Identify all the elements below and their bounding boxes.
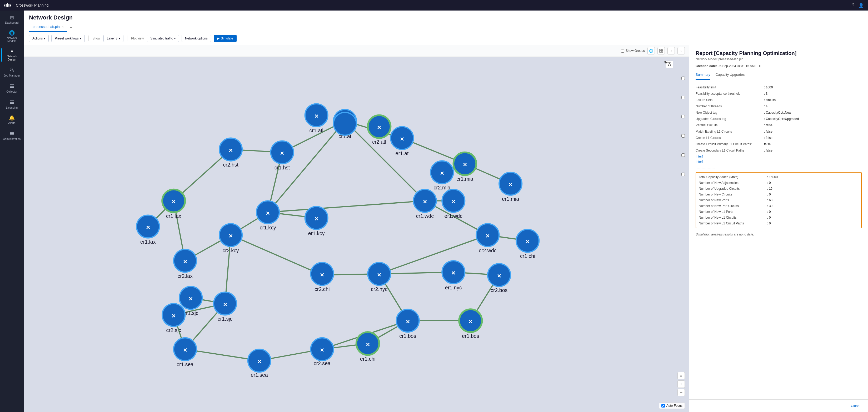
simulation-note: Simulation analysis results are up to da…	[695, 230, 862, 237]
interf-label-2[interactable]: Interf	[695, 159, 862, 164]
preset-workflows-button[interactable]: Preset workflows ▾	[51, 35, 85, 42]
svg-text:✕: ✕	[228, 148, 233, 153]
failure-sets-val: : circuits	[764, 98, 776, 102]
svg-rect-6	[10, 85, 14, 85]
svg-rect-16	[661, 49, 663, 51]
layer3-label: Layer 3	[107, 37, 117, 40]
right-panel-footer: Close	[689, 400, 868, 412]
layer3-chevron-icon: ▾	[119, 37, 120, 40]
row-checkbox-3[interactable]	[681, 115, 685, 118]
svg-line-43	[379, 235, 488, 274]
actions-button[interactable]: Actions ▾	[29, 35, 49, 42]
topology-nodes[interactable]: ✕ cr1.at ✕ er1.at ✕ cr1.atl	[136, 104, 539, 378]
sidebar-item-alerts[interactable]: 🔔 Alerts	[1, 113, 22, 127]
tab-add-button[interactable]: +	[67, 24, 75, 32]
tab-close-button[interactable]: ×	[62, 25, 63, 28]
upgraded-circuits-val: : 15	[767, 186, 772, 191]
svg-rect-7	[10, 86, 14, 87]
acceptance-threshold-key: Feasibility acceptance threshold	[695, 91, 764, 96]
report-meta: Creation date: 05-Sep-2024 04:31:16 AM E…	[695, 64, 862, 68]
num-threads-val: : 4	[764, 104, 768, 109]
help-icon[interactable]: ?	[852, 3, 854, 8]
zoom-out-button[interactable]: −	[677, 389, 685, 396]
svg-text:er1.kcy: er1.kcy	[308, 230, 325, 236]
report-row-num-threads: Number of threads : 4	[695, 103, 862, 109]
sidebar-item-licensing[interactable]: Licensing	[1, 97, 22, 112]
simulated-traffic-button[interactable]: Simulated traffic ▾	[147, 35, 179, 42]
sidebar-item-network-models[interactable]: 🌐 Network Models	[1, 28, 22, 45]
sidebar-item-collector[interactable]: Collector	[1, 81, 22, 96]
svg-text:cr2.chi: cr2.chi	[314, 286, 330, 292]
autofocus-checkbox[interactable]	[661, 404, 665, 408]
report-title: Report [Capacity Planning Optimization]	[695, 50, 862, 56]
new-ports-val: : 60	[767, 198, 772, 202]
row-checkbox-6[interactable]	[681, 172, 685, 176]
svg-text:✕: ✕	[228, 233, 233, 239]
user-icon[interactable]: 👤	[859, 3, 864, 8]
svg-text:er1.sea: er1.sea	[251, 372, 268, 378]
report-tab-summary[interactable]: Summary	[695, 71, 710, 80]
svg-text:✕: ✕	[366, 342, 370, 348]
sidebar-item-administration[interactable]: Administration	[1, 128, 22, 143]
svg-text:cr2.wdc: cr2.wdc	[479, 248, 496, 253]
svg-text:✕: ✕	[280, 151, 284, 156]
interf-label-1[interactable]: Interf	[695, 154, 862, 159]
svg-point-154	[668, 65, 669, 66]
svg-text:✕: ✕	[223, 302, 227, 308]
page-title: Network Design	[29, 14, 863, 21]
highlighted-summary-box: Total Capacity Added (Mb/s) : 15000 Numb…	[695, 172, 862, 228]
svg-text:cr2.atl: cr2.atl	[372, 139, 386, 145]
svg-text:cr1.hst: cr1.hst	[275, 165, 290, 170]
upgraded-circuits-tag-key: Upgraded Circuits tag	[695, 117, 764, 121]
svg-text:er1.at: er1.at	[396, 151, 409, 156]
svg-text:✕: ✕	[183, 347, 187, 353]
network-options-button[interactable]: Network options	[182, 35, 211, 42]
svg-text:✕: ✕	[485, 233, 490, 239]
row-checkbox-4[interactable]	[681, 134, 685, 137]
sidebar-item-dashboard[interactable]: ⊞ Dashboard	[1, 12, 22, 27]
close-button[interactable]: Close	[849, 403, 862, 409]
total-capacity-key: Total Capacity Added (Mb/s)	[699, 175, 767, 180]
svg-text:✕: ✕	[188, 296, 193, 302]
report-tab-capacity-upgrades[interactable]: Capacity Upgrades	[716, 71, 745, 80]
svg-text:er1.bos: er1.bos	[462, 333, 479, 339]
show-groups-checkbox[interactable]	[621, 49, 624, 53]
svg-text:✕: ✕	[525, 239, 530, 245]
svg-text:cr2.sjc: cr2.sjc	[166, 327, 181, 333]
svg-text:✕: ✕	[377, 125, 381, 130]
row-checkbox-5[interactable]	[681, 153, 685, 157]
sidebar-item-job-manager[interactable]: Job Manager	[1, 65, 22, 80]
svg-rect-11	[10, 103, 14, 104]
layer3-button[interactable]: Layer 3 ▾	[103, 35, 123, 42]
tab-processed-lab[interactable]: processed-lab.pln ×	[29, 23, 67, 32]
job-manager-icon	[9, 67, 14, 73]
sidebar-item-label: Alerts	[8, 121, 16, 124]
layout-icon-button[interactable]	[657, 47, 665, 55]
svg-text:cr1.wdc: cr1.wdc	[416, 213, 434, 219]
network-panel-label: Netw	[664, 61, 671, 64]
svg-text:er1.lax: er1.lax	[140, 239, 156, 245]
chevron-left-icon-button[interactable]: ‹	[668, 47, 675, 55]
sidebar-item-label: Network Design	[3, 55, 21, 61]
plot-view-label: Plot view	[131, 37, 144, 40]
svg-text:✕: ✕	[423, 199, 427, 205]
chevron-right-icon-button[interactable]: ›	[677, 47, 685, 55]
network-design-icon: ✦	[10, 49, 14, 54]
svg-text:cr1.lax: cr1.lax	[166, 213, 181, 219]
report-row-new-l1-ports: Number of New L1 Ports : 0	[699, 209, 859, 215]
svg-text:er1.nyc: er1.nyc	[445, 285, 462, 290]
row-checkbox-2[interactable]	[681, 96, 685, 99]
svg-text:✕: ✕	[463, 162, 467, 167]
svg-rect-13	[10, 133, 14, 134]
row-checkbox-1[interactable]	[681, 76, 685, 80]
map-canvas[interactable]: Show Groups 🌐 ‹ ›	[24, 45, 689, 412]
topbar: Crosswork Planning ? 👤	[0, 0, 868, 10]
zoom-in-button[interactable]: +	[677, 380, 685, 388]
svg-rect-1	[6, 4, 7, 7]
simulate-button[interactable]: ▶ Simulate	[214, 35, 237, 42]
report-row-match-l1-circuits: Match Existing L1 Circuits : false	[695, 128, 862, 135]
globe-icon-button[interactable]: 🌐	[647, 47, 655, 55]
svg-text:✕: ✕	[171, 313, 176, 319]
list-icon-button[interactable]: ≡	[677, 372, 685, 379]
sidebar-item-network-design[interactable]: ✦ Network Design	[1, 46, 22, 64]
